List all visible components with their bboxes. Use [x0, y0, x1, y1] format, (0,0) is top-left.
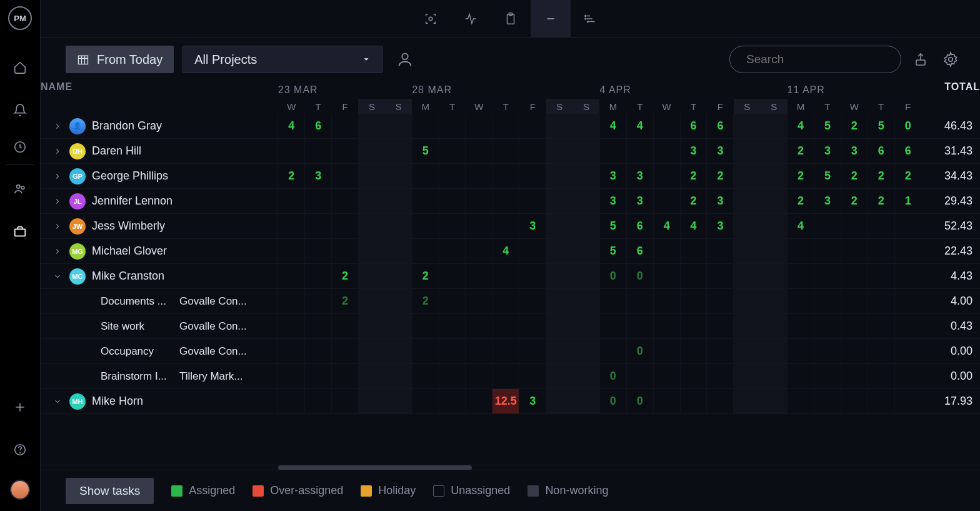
workload-cell[interactable]: 3 — [707, 189, 734, 214]
workload-cell[interactable]: 4 — [278, 114, 305, 139]
nav-team-icon[interactable] — [8, 176, 32, 201]
workload-cell[interactable] — [332, 214, 359, 239]
workload-cell[interactable]: 3 — [519, 389, 546, 414]
workload-cell[interactable] — [546, 189, 573, 214]
workload-cell[interactable] — [385, 239, 412, 264]
workload-cell[interactable] — [278, 389, 305, 414]
workload-cell[interactable] — [358, 264, 385, 289]
workload-cell[interactable] — [868, 339, 894, 364]
workload-cell[interactable] — [761, 339, 788, 364]
workload-cell[interactable]: 0 — [599, 389, 626, 414]
workload-cell[interactable]: 4 — [599, 114, 626, 139]
workload-cell[interactable] — [546, 114, 573, 139]
expand-chevron[interactable] — [52, 122, 63, 131]
workload-cell[interactable] — [466, 114, 492, 139]
expand-chevron[interactable] — [52, 222, 63, 231]
workload-cell[interactable] — [358, 164, 385, 189]
workload-cell[interactable] — [492, 364, 519, 389]
workload-cell[interactable] — [868, 389, 894, 414]
workload-cell[interactable]: 6 — [707, 114, 734, 139]
nav-home-icon[interactable] — [8, 55, 32, 80]
workload-cell[interactable] — [546, 389, 573, 414]
tab-timeline-icon[interactable] — [571, 0, 611, 38]
workload-cell[interactable]: 0 — [626, 264, 653, 289]
workload-cell[interactable] — [519, 339, 546, 364]
workload-cell[interactable] — [305, 239, 332, 264]
workload-cell[interactable] — [788, 289, 814, 314]
workload-cell[interactable] — [439, 114, 466, 139]
workload-cell[interactable] — [439, 239, 466, 264]
workload-cell[interactable] — [680, 314, 707, 339]
workload-cell[interactable] — [546, 364, 573, 389]
workload-cell[interactable]: 3 — [305, 164, 332, 189]
workload-cell[interactable]: 3 — [626, 164, 653, 189]
workload-cell[interactable]: 4 — [626, 114, 653, 139]
workload-cell[interactable]: 5 — [599, 239, 626, 264]
workload-cell[interactable] — [680, 364, 707, 389]
projects-select[interactable]: All Projects — [182, 46, 382, 73]
workload-cell[interactable] — [573, 189, 600, 214]
workload-cell[interactable]: 2 — [841, 164, 868, 189]
workload-cell[interactable] — [385, 164, 412, 189]
workload-cell[interactable]: 2 — [868, 189, 894, 214]
workload-cell[interactable] — [358, 339, 385, 364]
workload-cell[interactable] — [492, 164, 519, 189]
workload-cell[interactable] — [439, 164, 466, 189]
workload-cell[interactable]: 3 — [599, 189, 626, 214]
tab-workload-icon[interactable] — [531, 0, 571, 38]
workload-cell[interactable] — [466, 314, 492, 339]
workload-cell[interactable]: 2 — [788, 164, 814, 189]
workload-cell[interactable]: 3 — [814, 189, 841, 214]
workload-cell[interactable] — [680, 289, 707, 314]
workload-cell[interactable] — [626, 289, 653, 314]
nav-add-icon[interactable] — [8, 395, 32, 420]
workload-cell[interactable]: 3 — [707, 214, 734, 239]
workload-cell[interactable] — [305, 364, 332, 389]
workload-cell[interactable]: 2 — [841, 189, 868, 214]
workload-cell[interactable] — [573, 289, 600, 314]
workload-cell[interactable] — [305, 139, 332, 164]
workload-cell[interactable] — [305, 339, 332, 364]
workload-cell[interactable] — [894, 364, 921, 389]
workload-cell[interactable] — [412, 389, 439, 414]
workload-cell[interactable] — [358, 314, 385, 339]
workload-cell[interactable] — [439, 214, 466, 239]
workload-cell[interactable] — [385, 289, 412, 314]
workload-cell[interactable] — [439, 264, 466, 289]
workload-cell[interactable]: 6 — [305, 114, 332, 139]
workload-cell[interactable] — [734, 189, 761, 214]
workload-cell[interactable] — [332, 339, 359, 364]
workload-cell[interactable] — [439, 364, 466, 389]
search-box[interactable] — [729, 46, 901, 73]
nav-recent-icon[interactable] — [6, 140, 34, 165]
workload-cell[interactable] — [841, 239, 868, 264]
workload-cell[interactable] — [868, 364, 894, 389]
workload-cell[interactable] — [439, 389, 466, 414]
workload-cell[interactable] — [385, 114, 412, 139]
workload-cell[interactable] — [332, 364, 359, 389]
workload-cell[interactable]: 3 — [841, 139, 868, 164]
workload-cell[interactable] — [278, 289, 305, 314]
workload-cell[interactable] — [439, 189, 466, 214]
workload-cell[interactable] — [332, 139, 359, 164]
workload-cell[interactable] — [626, 364, 653, 389]
workload-cell[interactable] — [466, 139, 492, 164]
workload-cell[interactable] — [573, 264, 600, 289]
workload-cell[interactable] — [707, 314, 734, 339]
workload-cell[interactable] — [761, 264, 788, 289]
workload-cell[interactable] — [653, 239, 680, 264]
workload-cell[interactable]: 3 — [707, 139, 734, 164]
workload-cell[interactable]: 4 — [680, 214, 707, 239]
workload-cell[interactable] — [358, 214, 385, 239]
workload-cell[interactable] — [814, 239, 841, 264]
workload-cell[interactable]: 4 — [788, 114, 814, 139]
workload-cell[interactable] — [707, 264, 734, 289]
workload-cell[interactable]: 0 — [626, 389, 653, 414]
workload-cell[interactable] — [332, 114, 359, 139]
workload-cell[interactable] — [573, 389, 600, 414]
workload-cell[interactable]: 5 — [412, 139, 439, 164]
workload-cell[interactable]: 3 — [599, 164, 626, 189]
workload-cell[interactable] — [573, 114, 600, 139]
tab-clipboard-icon[interactable] — [491, 0, 531, 38]
workload-cell[interactable] — [814, 214, 841, 239]
